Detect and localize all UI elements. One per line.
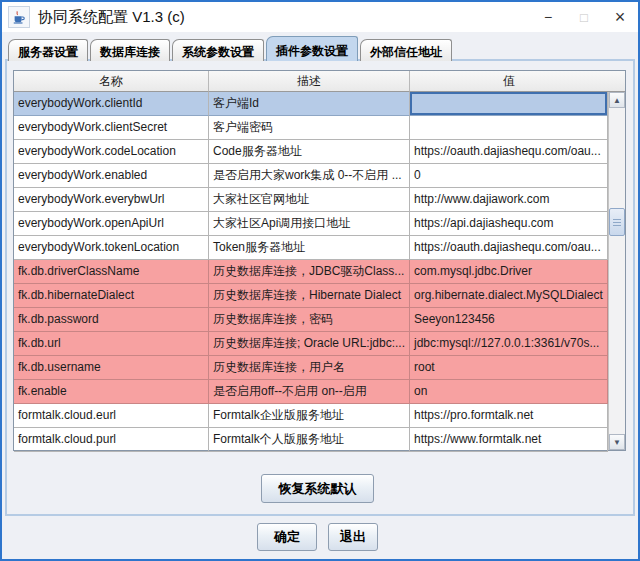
cell-name[interactable]: formtalk.cloud.purl	[14, 428, 209, 452]
table-row: everybodyWork.codeLocationCode服务器地址https…	[14, 140, 625, 164]
tab-3[interactable]: 插件参数设置	[266, 36, 358, 61]
cell-value[interactable]: com.mysql.jdbc.Driver	[410, 260, 608, 284]
java-icon	[8, 6, 30, 28]
cell-value[interactable]: jdbc:mysql://127.0.0.1:3361/v70s...	[410, 332, 608, 356]
cell-desc[interactable]: 是否启用off--不启用 on--启用	[209, 380, 410, 404]
cell-desc[interactable]: 是否启用大家work集成 0--不启用 ...	[209, 164, 410, 188]
cell-value[interactable]: Seeyon123456	[410, 308, 608, 332]
cell-desc[interactable]: 客户端密码	[209, 116, 410, 140]
cell-name[interactable]: fk.db.driverClassName	[14, 260, 209, 284]
cell-desc[interactable]: 历史数据库连接，密码	[209, 308, 410, 332]
cell-value[interactable]	[410, 116, 608, 140]
table-row: fk.db.hibernateDialect历史数据库连接，Hibernate …	[14, 284, 625, 308]
cell-value[interactable]: https://www.formtalk.net	[410, 428, 608, 452]
tab-0[interactable]: 服务器设置	[8, 39, 88, 61]
config-table: 名称描述值 everybodyWork.clientId客户端Ideverybo…	[13, 70, 626, 451]
cell-name[interactable]: fk.enable	[14, 380, 209, 404]
cell-value[interactable]: https://oauth.dajiashequ.com/oau...	[410, 140, 608, 164]
window-controls: − □ ×	[530, 2, 638, 32]
ok-button[interactable]: 确定	[257, 523, 317, 551]
title-bar: 协同系统配置 V1.3 (c) − □ ×	[2, 2, 638, 32]
cell-name[interactable]: everybodyWork.enabled	[14, 164, 209, 188]
table-row: fk.db.driverClassName历史数据库连接，JDBC驱动Class…	[14, 260, 625, 284]
table-header-row: 名称描述值	[14, 71, 625, 92]
tab-4[interactable]: 外部信任地址	[360, 39, 452, 61]
restore-defaults-button[interactable]: 恢复系统默认	[261, 474, 374, 503]
table-row: everybodyWork.tokenLocationToken服务器地址htt…	[14, 236, 625, 260]
window-title: 协同系统配置 V1.3 (c)	[38, 8, 185, 27]
cell-name[interactable]: fk.db.hibernateDialect	[14, 284, 209, 308]
scroll-up-icon[interactable]: ▲	[609, 92, 625, 108]
cell-name[interactable]: everybodyWork.clientId	[14, 92, 209, 116]
table-row: formtalk.cloud.purlFormtalk个人版服务地址https:…	[14, 428, 625, 452]
cell-name[interactable]: everybodyWork.everybwUrl	[14, 188, 209, 212]
cell-value[interactable]: https://pro.formtalk.net	[410, 404, 608, 428]
maximize-button[interactable]: □	[566, 2, 602, 32]
column-header[interactable]: 名称	[14, 71, 209, 92]
table-row: fk.db.password历史数据库连接，密码Seeyon123456	[14, 308, 625, 332]
cell-value[interactable]: https://oauth.dajiashequ.com/oau...	[410, 236, 608, 260]
cell-desc[interactable]: 客户端Id	[209, 92, 410, 116]
cell-name[interactable]: everybodyWork.openApiUrl	[14, 212, 209, 236]
header-corner	[608, 71, 625, 92]
table-row: everybodyWork.openApiUrl大家社区Api调用接口地址htt…	[14, 212, 625, 236]
table-row: everybodyWork.everybwUrl大家社区官网地址http://w…	[14, 188, 625, 212]
cell-name[interactable]: fk.db.password	[14, 308, 209, 332]
cell-value[interactable]: root	[410, 356, 608, 380]
cell-name[interactable]: everybodyWork.clientSecret	[14, 116, 209, 140]
cell-desc[interactable]: 大家社区官网地址	[209, 188, 410, 212]
scroll-down-icon[interactable]: ▼	[609, 434, 625, 450]
cell-value[interactable]: org.hibernate.dialect.MySQLDialect	[410, 284, 608, 308]
cell-desc[interactable]: 历史数据库连接; Oracle URL:jdbc:...	[209, 332, 410, 356]
table-row: fk.db.url历史数据库连接; Oracle URL:jdbc:...jdb…	[14, 332, 625, 356]
cell-desc[interactable]: Formtalk企业版服务地址	[209, 404, 410, 428]
cell-name[interactable]: formtalk.cloud.eurl	[14, 404, 209, 428]
table-row: fk.enable是否启用off--不启用 on--启用on	[14, 380, 625, 404]
tab-1[interactable]: 数据库连接	[90, 39, 170, 61]
table-row: fk.db.username历史数据库连接，用户名root	[14, 356, 625, 380]
tab-2[interactable]: 系统参数设置	[172, 39, 264, 61]
table-row: everybodyWork.enabled是否启用大家work集成 0--不启用…	[14, 164, 625, 188]
close-button[interactable]: ×	[602, 2, 638, 32]
vertical-scrollbar[interactable]: ▲ ▼	[608, 92, 625, 450]
cell-value[interactable]: 0	[410, 164, 608, 188]
cell-desc[interactable]: 历史数据库连接，用户名	[209, 356, 410, 380]
cell-desc[interactable]: 历史数据库连接，JDBC驱动Class...	[209, 260, 410, 284]
table-row: everybodyWork.clientId客户端Id	[14, 92, 625, 116]
cell-name[interactable]: everybodyWork.tokenLocation	[14, 236, 209, 260]
tab-bar: 服务器设置数据库连接系统参数设置插件参数设置外部信任地址	[8, 36, 452, 61]
cell-name[interactable]: everybodyWork.codeLocation	[14, 140, 209, 164]
table-body: everybodyWork.clientId客户端IdeverybodyWork…	[14, 92, 625, 452]
cell-value[interactable]: on	[410, 380, 608, 404]
cell-name[interactable]: fk.db.username	[14, 356, 209, 380]
cell-desc[interactable]: Token服务器地址	[209, 236, 410, 260]
cell-desc[interactable]: 历史数据库连接，Hibernate Dialect	[209, 284, 410, 308]
cell-value[interactable]: https://api.dajiashequ.com	[410, 212, 608, 236]
table-row: formtalk.cloud.eurlFormtalk企业版服务地址https:…	[14, 404, 625, 428]
cell-desc[interactable]: Code服务器地址	[209, 140, 410, 164]
cell-value[interactable]: http://www.dajiawork.com	[410, 188, 608, 212]
minimize-button[interactable]: −	[530, 2, 566, 32]
cell-desc[interactable]: Formtalk个人版服务地址	[209, 428, 410, 452]
column-header[interactable]: 描述	[209, 71, 410, 92]
exit-button[interactable]: 退出	[328, 523, 378, 551]
cell-desc[interactable]: 大家社区Api调用接口地址	[209, 212, 410, 236]
cell-name[interactable]: fk.db.url	[14, 332, 209, 356]
cell-value[interactable]	[410, 92, 608, 116]
column-header[interactable]: 值	[410, 71, 608, 92]
table-row: everybodyWork.clientSecret客户端密码	[14, 116, 625, 140]
app-window: 协同系统配置 V1.3 (c) − □ × 服务器设置数据库连接系统参数设置插件…	[0, 0, 640, 561]
scrollbar-thumb[interactable]	[609, 208, 625, 236]
